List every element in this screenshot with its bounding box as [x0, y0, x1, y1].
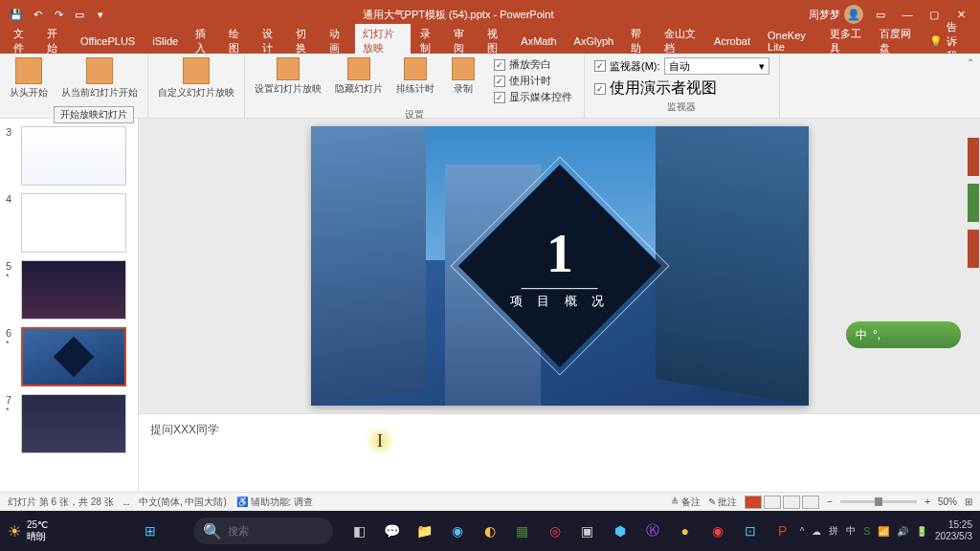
tray-onedrive-icon[interactable]: ☁	[812, 526, 821, 537]
sorter-view-button[interactable]	[764, 496, 781, 509]
app-icon-3[interactable]: ▦	[509, 518, 536, 544]
tray-ime-icon-3[interactable]: S	[863, 526, 870, 537]
app-icon-8[interactable]: ●	[672, 518, 699, 544]
proofing-icon[interactable]: ⎵	[123, 496, 129, 507]
play-narration-checkbox[interactable]: ✓播放旁白	[494, 57, 572, 72]
undo-icon[interactable]: ↶	[31, 8, 44, 21]
presenter-view-checkbox[interactable]: ✓使用演示者视图	[590, 78, 773, 99]
app-icon-6[interactable]: ⬢	[607, 518, 634, 544]
weather-widget[interactable]: ☀ 25℃ 晴朗	[8, 519, 48, 543]
monitor-checkbox-icon[interactable]: ✓	[594, 60, 606, 72]
powerpoint-icon[interactable]: P	[769, 518, 796, 544]
taskbar-search[interactable]: 🔍	[193, 518, 333, 544]
qat-dropdown-icon[interactable]: ▾	[94, 8, 107, 21]
notes-pane[interactable]: 提问XXX同学 I	[139, 413, 980, 492]
slide-canvas[interactable]: 1 项 目 概 况	[139, 119, 980, 413]
rehearse-button[interactable]: 排练计时	[392, 55, 438, 106]
app-icon-1[interactable]: ◉	[444, 518, 471, 544]
checkbox-icon: ✓	[494, 76, 505, 87]
right-tool-1[interactable]	[968, 138, 979, 176]
tray-battery-icon[interactable]: 🔋	[916, 526, 927, 537]
play-icon	[15, 57, 42, 84]
zoom-out-button[interactable]: −	[827, 496, 833, 507]
record-button[interactable]: 录制	[444, 55, 482, 106]
language-status[interactable]: 中文(简体, 中国大陆)	[139, 496, 227, 509]
notes-toggle[interactable]: ≜ 备注	[671, 496, 701, 509]
collapse-ribbon-icon[interactable]: ⌃	[967, 57, 974, 68]
zoom-in-button[interactable]: +	[924, 496, 930, 507]
app-icon-5[interactable]: ▣	[574, 518, 601, 544]
menu-onekey[interactable]: OneKey Lite	[760, 27, 820, 55]
tray-chevron-icon[interactable]: ^	[800, 526, 805, 537]
chevron-down-icon: ▾	[759, 60, 765, 73]
accessibility-status[interactable]: ♿ 辅助功能: 调查	[236, 496, 313, 509]
menu-islide[interactable]: iSlide	[145, 33, 186, 50]
right-tool-3[interactable]	[968, 230, 979, 268]
thumbnail-7[interactable]: 7*	[0, 390, 138, 457]
app-icon-7[interactable]: Ⓚ	[639, 518, 666, 544]
zoom-level[interactable]: 50%	[938, 496, 957, 507]
menu-axglyph[interactable]: AxGlyph	[567, 33, 622, 50]
minimize-icon[interactable]: —	[898, 5, 917, 24]
bulb-icon: 💡	[929, 35, 943, 48]
thumb-image	[21, 327, 126, 386]
search-icon: 🔍	[203, 522, 222, 540]
monitor-label: 监视器(M):	[610, 59, 660, 74]
thumbnail-panel[interactable]: 3 4 5* 6* 7*	[0, 119, 139, 492]
ime-indicator[interactable]: 中 °,	[846, 321, 961, 348]
checkbox-icon: ✓	[494, 92, 505, 103]
thumbnail-5[interactable]: 5*	[0, 256, 138, 323]
user-account[interactable]: 周梦梦 👤	[809, 5, 863, 24]
autosave-icon[interactable]: 💾	[10, 8, 23, 21]
task-view-icon[interactable]: ◧	[346, 518, 373, 544]
start-button[interactable]: ⊞	[139, 518, 160, 544]
text-cursor-icon: I	[377, 431, 383, 452]
right-tool-2[interactable]	[968, 184, 979, 222]
from-beginning-button[interactable]: 从头开始	[6, 55, 52, 116]
tooltip: 开始放映幻灯片	[54, 106, 134, 123]
tray-ime-icon-2[interactable]: 中	[846, 524, 856, 538]
reading-view-button[interactable]	[783, 496, 800, 509]
slide: 1 项 目 概 况	[311, 126, 809, 406]
play-current-icon	[86, 57, 113, 84]
thumbnail-6[interactable]: 6*	[0, 323, 138, 390]
timer-icon	[404, 57, 427, 80]
menu-acrobat[interactable]: Acrobat	[706, 33, 758, 50]
normal-view-button[interactable]	[745, 496, 762, 509]
menu-axmath[interactable]: AxMath	[513, 33, 564, 50]
use-timings-checkbox[interactable]: ✓使用计时	[494, 74, 572, 88]
menu-officeplus[interactable]: OfficePLUS	[73, 33, 143, 50]
app-icon-4[interactable]: ◎	[542, 518, 568, 544]
app-icon-9[interactable]: ◉	[704, 518, 731, 544]
slideshow-view-button[interactable]	[802, 496, 819, 509]
setup-show-button[interactable]: 设置幻灯片放映	[251, 55, 325, 106]
ribbon-options-icon[interactable]: ▭	[871, 5, 890, 24]
tray-clock[interactable]: 15:25 2023/5/3	[935, 519, 972, 542]
qat-start-icon[interactable]: ▭	[73, 8, 86, 21]
zoom-slider[interactable]	[840, 500, 917, 503]
fit-window-button[interactable]: ⊞	[965, 496, 972, 507]
checkbox-icon: ✓	[594, 83, 606, 95]
search-input[interactable]	[228, 525, 323, 537]
tray-wifi-icon[interactable]: 📶	[878, 526, 889, 537]
user-name: 周梦梦	[809, 8, 840, 22]
slide-area: 1 项 目 概 况 提问XXX同学 I	[139, 119, 980, 492]
show-media-checkbox[interactable]: ✓显示媒体控件	[494, 90, 572, 104]
group-label-monitor: 监视器	[590, 99, 773, 114]
monitor-select[interactable]: 自动▾	[664, 57, 769, 75]
tray-ime-icon-1[interactable]: 拼	[829, 524, 838, 538]
chat-icon[interactable]: 💬	[379, 518, 406, 544]
hide-icon	[347, 57, 370, 80]
app-icon-10[interactable]: ⊡	[737, 518, 764, 544]
thumb-image	[21, 126, 126, 186]
app-icon-2[interactable]: ◐	[477, 518, 503, 544]
redo-icon[interactable]: ↷	[52, 8, 65, 21]
custom-show-button[interactable]: 自定义幻灯片放映	[154, 55, 238, 116]
explorer-icon[interactable]: 📁	[412, 518, 438, 544]
thumbnail-4[interactable]: 4	[0, 189, 138, 256]
tray-volume-icon[interactable]: 🔊	[897, 526, 908, 537]
comments-toggle[interactable]: ✎ 批注	[708, 496, 738, 509]
thumbnail-3[interactable]: 3	[0, 122, 138, 189]
hide-slide-button[interactable]: 隐藏幻灯片	[331, 55, 387, 106]
cursor-highlight: I	[365, 426, 395, 456]
